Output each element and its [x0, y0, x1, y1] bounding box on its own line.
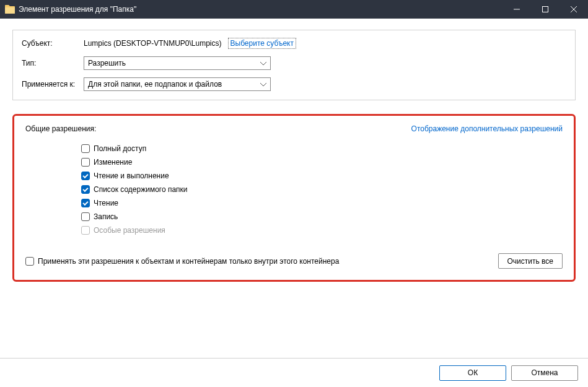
chevron-down-icon: [257, 80, 266, 89]
type-label: Тип:: [22, 59, 84, 67]
subject-label: Субъект:: [22, 39, 84, 48]
window-title: Элемент разрешения для "Папка": [19, 5, 502, 14]
permission-checkbox[interactable]: [81, 144, 90, 153]
basic-permissions-label: Общие разрешения:: [25, 124, 96, 133]
permissions-panel: Общие разрешения: Отображение дополнител…: [12, 114, 576, 282]
folder-icon: [5, 5, 15, 14]
show-advanced-permissions-link[interactable]: Отображение дополнительных разрешений: [411, 124, 563, 133]
apply-only-label: Применять эти разрешения к объектам и ко…: [38, 257, 339, 266]
permission-checkbox[interactable]: [81, 212, 90, 221]
close-button[interactable]: [559, 0, 588, 19]
permission-row: Список содержимого папки: [81, 183, 563, 196]
permission-label: Список содержимого папки: [94, 185, 188, 194]
applies-to-combobox-value: Для этой папки, ее подпапок и файлов: [88, 80, 257, 89]
permission-checkbox[interactable]: [81, 172, 90, 180]
permissions-list: Полный доступИзменениеЧтение и выполнени…: [25, 142, 563, 237]
titlebar: Элемент разрешения для "Папка": [0, 0, 588, 19]
permission-row: Особые разрешения: [81, 224, 563, 237]
svg-rect-1: [543, 7, 548, 12]
apply-only-checkbox[interactable]: [25, 257, 34, 266]
ok-button[interactable]: ОК: [439, 365, 506, 381]
permission-label: Полный доступ: [94, 144, 146, 153]
permission-row: Запись: [81, 210, 563, 224]
permission-label: Особые разрешения: [94, 226, 165, 235]
permission-checkbox[interactable]: [81, 199, 90, 207]
permission-checkbox[interactable]: [81, 158, 90, 167]
permission-row: Чтение: [81, 196, 563, 210]
select-subject-link[interactable]: Выберите субъект: [228, 38, 296, 49]
permission-label: Чтение и выполнение: [94, 172, 169, 180]
minimize-button[interactable]: [502, 0, 531, 19]
permission-row: Полный доступ: [81, 142, 563, 155]
chevron-down-icon: [257, 59, 266, 67]
cancel-button[interactable]: Отмена: [511, 365, 578, 381]
clear-all-button[interactable]: Очистить все: [498, 253, 563, 269]
principal-panel: Субъект: Lumpics (DESKTOP-VTNMUP0\Lumpic…: [12, 30, 576, 100]
cancel-label: Отмена: [531, 368, 558, 377]
clear-all-label: Очистить все: [507, 257, 553, 266]
subject-value: Lumpics (DESKTOP-VTNMUP0\Lumpics): [84, 39, 222, 48]
permission-checkbox: [81, 226, 90, 235]
permission-checkbox[interactable]: [81, 185, 90, 194]
type-combobox[interactable]: Разрешить: [84, 56, 271, 70]
permission-row: Изменение: [81, 155, 563, 169]
applies-to-combobox[interactable]: Для этой папки, ее подпапок и файлов: [84, 77, 271, 91]
permission-label: Запись: [94, 212, 118, 221]
applies-to-label: Применяется к:: [22, 80, 84, 89]
dialog-footer: ОК Отмена: [0, 358, 588, 387]
permission-row: Чтение и выполнение: [81, 169, 563, 183]
permission-label: Чтение: [94, 199, 118, 207]
permission-label: Изменение: [94, 158, 132, 167]
ok-label: ОК: [468, 368, 478, 377]
client-area: Субъект: Lumpics (DESKTOP-VTNMUP0\Lumpic…: [0, 19, 588, 359]
maximize-button[interactable]: [531, 0, 559, 19]
type-combobox-value: Разрешить: [88, 59, 257, 67]
